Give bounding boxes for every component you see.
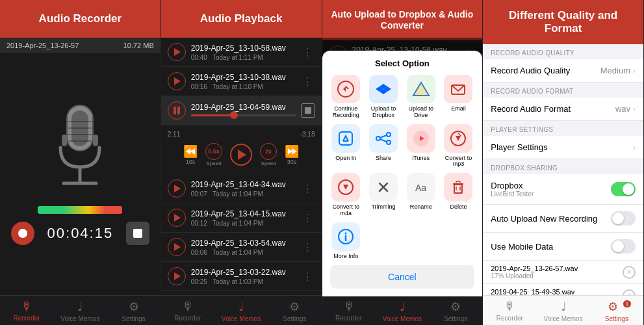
more-button-7[interactable]: ⋮ [300,270,315,283]
quality-panel: Different Quality and Format RECORD AUDI… [483,0,644,325]
mic-icon [44,99,116,196]
playback-recording-list: 2019-Apr-25_13-10-58.wav 00:40 Today at … [161,38,322,295]
nav-settings[interactable]: ⚙ Settings [107,296,161,325]
more-button-1[interactable]: ⋮ [300,46,315,58]
modal-item-delete[interactable]: Delete [443,173,475,217]
modal-item-continue[interactable]: Continue Recording [330,75,363,119]
nav-voice-memos[interactable]: ♩ Voice Memos [53,296,107,325]
q-nav-settings[interactable]: ⚙1 Settings [590,296,643,325]
play-icon-2 [174,77,181,85]
modal-item-share[interactable]: Share [367,124,400,168]
settings-badge: 1 [623,300,631,307]
q-settings-icon: ⚙1 [608,300,626,314]
row-value-player-settings: › [633,143,636,152]
auto-upload-toggle[interactable] [611,211,636,226]
pb-nav-voice-memos[interactable]: ♩ Voice Memos [214,296,268,325]
modal-item-itunes[interactable]: iTunes [405,124,437,168]
playback-header: Audio Playback [161,0,322,38]
modal-item-rename[interactable]: Aa Rename [405,173,437,217]
cancel-button[interactable]: Cancel [330,265,475,289]
skip-forward-label: 30s [287,159,297,165]
more-button-4[interactable]: ⋮ [300,183,315,195]
pb-nav-recorder[interactable]: 🎙 Recorder [161,296,214,325]
more-button-5[interactable]: ⋮ [300,212,315,224]
recorder-header: Audio Recorder [0,0,161,38]
q-nav-voice-memos[interactable]: ♩ Voice Memos [537,296,590,325]
modal-item-drive[interactable]: Upload to Drive [405,75,437,119]
playback-play-button[interactable] [230,144,252,166]
up-nav-voice-memos[interactable]: ♩ Voice Memos [376,296,429,325]
play-button-2[interactable] [168,72,186,90]
play-icon-6 [174,243,181,251]
play-button-4[interactable] [168,179,186,198]
row-label-player-settings: Player Settings [491,142,547,152]
row-player-settings[interactable]: Player Settings › [483,136,643,159]
nav-recorder[interactable]: 🎙 Recorder [0,296,53,325]
share-label: Share [376,155,391,162]
rename-icon: Aa [407,173,435,202]
pb-nav-voice-memos-label: Voice Memos [222,315,261,322]
progress-track[interactable] [191,114,296,116]
upload-item-cancel-1[interactable]: ✕ [623,266,636,279]
modal-item-convert-mp3[interactable]: Convert to mp3 [443,124,475,168]
upload-header: Auto Upload to Dropbox & Audio Converter [322,0,483,40]
play-button-6[interactable] [168,238,186,256]
recording-info-2: 2019-Apr-25_13-10-38.wav 00:16 Today at … [191,73,294,90]
recording-name-5: 2019-Apr-25_13-04-15.wav [191,209,294,218]
q-nav-voice-memos-label: Voice Memos [544,315,583,322]
upload-title: Auto Upload to Dropbox & Audio Converter [329,9,476,31]
svg-rect-7 [71,110,88,146]
audio-quality-value: Medium [600,66,630,75]
q-nav-recorder[interactable]: 🎙 Recorder [483,296,536,325]
quality-header: Different Quality and Format [483,0,643,44]
row-record-audio-format[interactable]: Record Audio Format wav › [483,98,643,121]
play-button-5[interactable] [168,209,186,227]
speed-2x-button[interactable]: 2x [260,143,277,160]
dropbox-info: Dropbox LiveBird Tester [491,181,534,198]
mobile-data-toggle[interactable] [611,239,636,254]
play-button-7[interactable] [168,267,186,285]
openin-icon [331,124,360,153]
up-nav-recorder[interactable]: 🎙 Recorder [322,296,376,325]
convert-mp3-icon [444,124,472,153]
nav-voice-memos-label: Voice Memos [60,315,99,322]
trimming-label: Trimming [371,204,395,211]
stop-square-btn[interactable] [301,103,315,118]
convert-m4a-icon [331,173,360,202]
more-button-2[interactable]: ⋮ [300,75,315,88]
modal-item-more-info[interactable]: More Info [330,222,363,260]
list-item: 2019-Apr-25_13-03-54.wav 00:06 Today at … [161,233,322,262]
svg-text:Aa: Aa [415,183,426,193]
nav-settings-label: Settings [122,315,146,322]
playback-title: Audio Playback [200,12,283,25]
upload-item-cancel-2[interactable]: ✕ [623,289,636,296]
modal-item-trimming[interactable]: Trimming [367,173,400,217]
modal-item-dropbox[interactable]: Upload to Dropbox [367,75,400,119]
pause-button[interactable] [168,101,186,120]
stop-button[interactable] [126,222,149,245]
email-label: Email [451,106,466,112]
skip-back-button[interactable]: ⏪ [183,144,198,159]
playback-controls: ⏪ 10s 0.5x Speed 2x Speed ⏩ 30s [168,140,315,169]
pb-nav-settings[interactable]: ⚙ Settings [268,296,321,325]
modal-item-convert-m4a[interactable]: Convert to m4a [330,173,363,217]
list-item: 2019-Apr-25_13-10-58.wav 00:40 Today at … [161,38,322,67]
modal-item-openin[interactable]: Open In [330,124,363,168]
dropbox-toggle[interactable] [611,182,636,196]
more-button-6[interactable]: ⋮ [300,241,315,254]
upload-item-info-2: 2019-04-25_15-49-35.wav 29% Uploaded [491,288,623,295]
modal-item-email[interactable]: Email [443,75,475,119]
stop-icon [133,229,142,238]
skip-forward-button[interactable]: ⏩ [285,144,299,159]
row-record-audio-quality[interactable]: Record Audio Quality Medium › [483,59,643,83]
play-icon-1 [174,48,181,56]
speed-half-button[interactable]: 0.5x [205,143,222,160]
record-button[interactable] [11,222,34,245]
dropbox-label: Dropbox [491,181,534,190]
play-icon-5 [174,214,181,222]
stop-icon-small [305,107,311,114]
up-nav-settings[interactable]: ⚙ Settings [429,296,482,325]
play-button-1[interactable] [168,43,186,61]
list-item: 2019-Apr-25_13-03-22.wav 00:25 Today at … [161,262,322,291]
recorder-panel: Audio Recorder 2019-Apr-25_13-26-57 10.7… [0,0,161,325]
